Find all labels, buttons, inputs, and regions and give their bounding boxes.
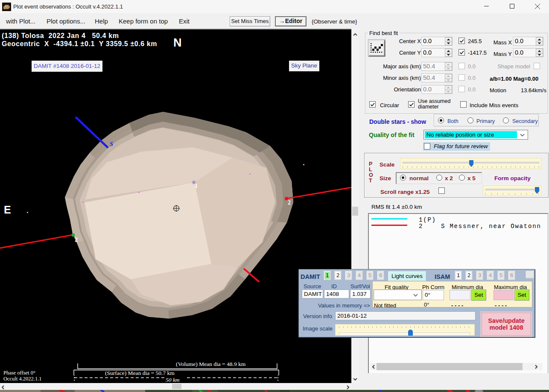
menu-help[interactable]: Help: [95, 18, 108, 25]
spin-down-icon[interactable]: [447, 67, 450, 70]
light-curves-button[interactable]: Light curves: [388, 271, 426, 281]
isam-tab-1[interactable]: 1: [455, 271, 462, 280]
spinner[interactable]: [445, 62, 452, 70]
scroll-right-icon[interactable]: [347, 385, 349, 389]
maximize-button[interactable]: [502, 0, 522, 13]
double-stars-radio-primary[interactable]: [467, 117, 473, 123]
scroll-left-icon[interactable]: [2, 385, 4, 389]
max-dia-set-button[interactable]: Set: [514, 290, 529, 301]
minor-axis-checkbox[interactable]: [458, 74, 465, 81]
vertical-scroll-thumb[interactable]: [352, 207, 358, 216]
major-axis-input[interactable]: 50.4: [421, 62, 453, 71]
orientation-input[interactable]: 0.0: [421, 85, 453, 94]
ph-corrn-box[interactable]: 0°: [423, 290, 444, 300]
spin-up-icon[interactable]: [447, 38, 450, 41]
menu-plot-options[interactable]: Plot options...: [47, 18, 85, 25]
version-info-box[interactable]: 2016-01-12: [335, 311, 476, 320]
spin-up-icon[interactable]: [537, 38, 541, 41]
spin-up-icon[interactable]: [447, 50, 450, 52]
max-dia-box[interactable]: [494, 290, 514, 300]
center-y-input[interactable]: 0.0: [421, 48, 453, 57]
isam-tab-3[interactable]: 3: [476, 271, 483, 280]
min-dia-set-button[interactable]: Set: [471, 290, 486, 301]
spinner[interactable]: [445, 74, 452, 82]
spinner[interactable]: [445, 85, 452, 94]
id-value-box[interactable]: 1408: [324, 290, 349, 298]
scale-slider[interactable]: [400, 158, 542, 169]
double-stars-option-secondary[interactable]: Secondary: [512, 118, 538, 124]
size-radio-normal[interactable]: [400, 175, 406, 181]
minimize-button[interactable]: [476, 0, 496, 13]
minor-axis-input[interactable]: 50.4: [421, 73, 453, 82]
spin-down-icon[interactable]: [537, 42, 541, 44]
legend-scroll-left-icon[interactable]: [372, 365, 375, 369]
circular-checkbox[interactable]: [369, 101, 376, 108]
size-option-normal[interactable]: normal: [409, 175, 429, 181]
form-opacity-slider[interactable]: [483, 185, 541, 196]
scroll-up-icon[interactable]: [353, 33, 357, 36]
spin-up-icon[interactable]: [447, 75, 450, 77]
damit-tab-4[interactable]: 4: [356, 271, 363, 280]
dropdown-chevron-icon[interactable]: [520, 134, 525, 137]
double-stars-option-both[interactable]: Both: [447, 118, 458, 124]
double-stars-radio-both[interactable]: [438, 117, 444, 123]
offset-y-checkbox[interactable]: [458, 49, 465, 56]
offset-x-checkbox[interactable]: [458, 38, 465, 44]
spinner[interactable]: [445, 37, 452, 45]
include-miss-checkbox[interactable]: [460, 101, 467, 108]
legend-scroll-right-icon[interactable]: [535, 365, 537, 369]
spin-down-icon[interactable]: [447, 42, 450, 44]
shape-model-checkbox[interactable]: [534, 63, 540, 69]
image-scale-slider[interactable]: [335, 324, 475, 336]
menu-keep-on-top[interactable]: Keep form on top: [119, 18, 168, 25]
save-update-button[interactable]: Save/updatemodel 1408: [480, 311, 532, 337]
min-dia-box[interactable]: [450, 290, 470, 300]
mass-y-input[interactable]: 0.0: [513, 48, 543, 57]
spinner[interactable]: [536, 49, 543, 57]
center-x-input[interactable]: 0.0: [421, 37, 453, 46]
size-option-x2[interactable]: x 2: [445, 175, 453, 181]
spinner[interactable]: [536, 37, 543, 45]
size-radio-x5[interactable]: [459, 175, 465, 181]
damit-tab-6[interactable]: 6: [377, 271, 384, 280]
orientation-checkbox[interactable]: [458, 86, 465, 92]
size-radio-x2[interactable]: [436, 175, 442, 181]
quality-dropdown[interactable]: No reliable position or size: [423, 130, 528, 140]
spinner[interactable]: [445, 49, 452, 57]
spin-down-icon[interactable]: [447, 54, 450, 56]
menu-with-plot[interactable]: with Plot...: [6, 18, 35, 25]
use-assumed-checkbox[interactable]: [408, 101, 415, 108]
image-scale-thumb[interactable]: [408, 330, 413, 336]
legend-scroll-thumb[interactable]: [377, 363, 523, 370]
surfvol-value-box[interactable]: 1.037: [350, 290, 371, 298]
spin-up-icon[interactable]: [447, 64, 450, 66]
fit-quality-chevron-icon[interactable]: [413, 294, 418, 297]
size-option-x5[interactable]: x 5: [467, 175, 476, 181]
horizontal-scroll-thumb[interactable]: [172, 384, 181, 389]
menu-exit[interactable]: Exit: [179, 18, 190, 25]
spin-up-icon[interactable]: [447, 87, 450, 89]
isam-tab-6[interactable]: 6: [508, 271, 515, 280]
spin-down-icon[interactable]: [447, 91, 450, 93]
mass-x-input[interactable]: 0.0: [513, 37, 543, 46]
damit-tab-1[interactable]: 1: [324, 271, 331, 280]
damit-tab-2[interactable]: 2: [334, 271, 342, 280]
isam-tab-4[interactable]: 4: [487, 271, 494, 280]
set-miss-times-button[interactable]: Set Miss Times: [230, 16, 270, 26]
legend-horizontal-scrollbar[interactable]: [370, 363, 543, 370]
spin-up-icon[interactable]: [537, 50, 541, 52]
damit-tab-3[interactable]: 3: [345, 271, 352, 280]
spin-down-icon[interactable]: [447, 79, 450, 81]
scroll-down-icon[interactable]: [353, 378, 357, 380]
double-stars-radio-secondary[interactable]: [503, 117, 509, 123]
spin-down-icon[interactable]: [537, 54, 541, 56]
plot-horizontal-scrollbar[interactable]: [0, 383, 351, 390]
close-button[interactable]: [528, 0, 547, 13]
flag-review-checkbox[interactable]: [424, 143, 430, 149]
editor-button[interactable]: →Editor: [275, 16, 307, 26]
source-value-box[interactable]: DAMIT: [302, 290, 323, 298]
major-axis-checkbox[interactable]: [458, 63, 465, 69]
isam-tab-2[interactable]: 2: [465, 271, 473, 280]
isam-tab-5[interactable]: 5: [497, 271, 505, 280]
spare-tab-button[interactable]: [526, 271, 534, 278]
